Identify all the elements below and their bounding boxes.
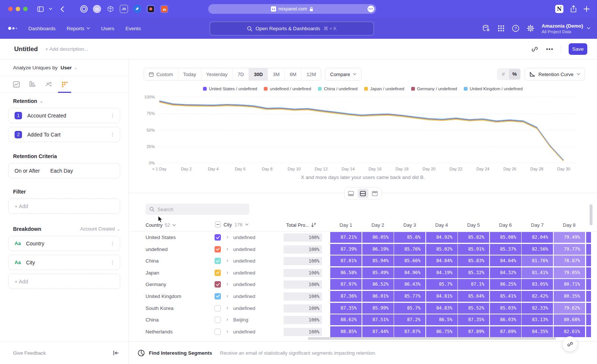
chart-only-view-button[interactable]	[346, 189, 356, 198]
collapse-sidebar-icon[interactable]	[113, 351, 119, 355]
report-title[interactable]: Untitled	[14, 46, 38, 53]
tab-flows[interactable]	[45, 81, 52, 88]
horizontal-scrollbar[interactable]	[308, 337, 556, 340]
soundcloud-extension-icon[interactable]	[160, 5, 168, 13]
legend-item[interactable]: United Kingdom / undefined	[464, 87, 523, 91]
vertical-scrollbar[interactable]	[590, 204, 593, 225]
kebab-menu-icon[interactable]: ⋮	[110, 260, 115, 265]
legend-item[interactable]: United States / undefined	[203, 87, 257, 91]
tab-insights[interactable]	[13, 81, 20, 88]
save-button[interactable]: Save	[569, 43, 587, 55]
expand-row-chevron[interactable]: ›	[226, 293, 228, 299]
global-search-button[interactable]: Open Reports & Dashboards ⌘ + K	[210, 22, 374, 35]
compare-button[interactable]: Compare	[325, 68, 362, 81]
target-extension-icon[interactable]	[80, 5, 88, 13]
share-link-fab[interactable]	[562, 336, 578, 352]
absolute-numbers-toggle[interactable]: #	[498, 69, 509, 79]
step-added-to-cart[interactable]: 2 Added To Cart ⋮	[8, 127, 120, 142]
bird-extension-icon[interactable]	[133, 5, 141, 13]
back-button[interactable]	[60, 6, 64, 12]
chevron-down-icon[interactable]	[49, 8, 52, 10]
link-icon	[567, 341, 573, 348]
table-search[interactable]	[146, 204, 249, 215]
copy-link-icon[interactable]	[531, 46, 538, 53]
data-management-icon[interactable]	[482, 25, 490, 32]
range-Yesterday[interactable]: Yesterday	[201, 68, 233, 80]
expand-row-chevron[interactable]: ›	[226, 328, 228, 334]
tab-retention[interactable]	[61, 81, 68, 88]
add-filter-button[interactable]: + Add	[8, 198, 120, 214]
more-options-button[interactable]: •••	[546, 46, 553, 53]
row-checkbox[interactable]	[215, 305, 221, 311]
expand-row-chevron[interactable]: ›	[226, 257, 228, 263]
legend-item[interactable]: Germany / undefined	[411, 87, 457, 91]
help-icon[interactable]: ?	[512, 25, 519, 32]
project-selector[interactable]: Amazonia {Demo} All Project Data	[542, 23, 590, 34]
legend-item[interactable]: Japan / undefined	[364, 87, 404, 91]
patreon-extension-icon[interactable]	[147, 5, 155, 13]
expand-row-chevron[interactable]: ›	[226, 269, 228, 275]
add-description[interactable]: + Add description...	[45, 46, 88, 52]
address-bar[interactable]: mixpanel.com •••	[208, 4, 376, 14]
apps-grid-icon[interactable]	[498, 25, 504, 32]
nav-events[interactable]: Events	[125, 26, 141, 31]
expand-row-chevron[interactable]: ›	[226, 305, 228, 311]
tab-funnels[interactable]	[29, 81, 36, 88]
row-checkbox[interactable]	[215, 234, 221, 241]
notion-icon[interactable]: N	[555, 5, 563, 13]
step-account-created[interactable]: 1 Account Created ⋮	[8, 108, 120, 123]
legend-item[interactable]: undefined / undefined	[264, 87, 311, 91]
range-12M[interactable]: 12M	[301, 68, 321, 80]
analyze-entity-selector[interactable]: User	[60, 65, 72, 70]
breakdown-city[interactable]: Aa City ⋮	[8, 255, 120, 270]
nav-reports[interactable]: Reports	[67, 26, 90, 31]
retention-section-header[interactable]: Retention⌄	[13, 98, 128, 104]
new-tab-icon[interactable]	[584, 6, 590, 12]
row-checkbox[interactable]	[215, 293, 221, 299]
expand-row-chevron[interactable]: ›	[226, 234, 228, 240]
range-7D[interactable]: 7D	[233, 68, 249, 80]
expand-row-chevron[interactable]: ›	[226, 246, 228, 252]
nav-dashboards[interactable]: Dashboards	[28, 26, 56, 31]
expand-row-chevron[interactable]: ›	[226, 316, 228, 322]
add-breakdown-button[interactable]: + Add	[8, 274, 120, 289]
row-checkbox[interactable]	[215, 329, 221, 335]
row-checkbox[interactable]	[215, 317, 221, 323]
segments-title[interactable]: Find Interesting Segments	[149, 350, 212, 356]
percentage-toggle[interactable]: %	[509, 69, 520, 79]
sidebar-toggle-icon[interactable]	[37, 6, 44, 12]
kebab-menu-icon[interactable]: ⋮	[110, 113, 115, 118]
retention-criteria-control[interactable]: On or After Each Day	[8, 163, 120, 178]
breakdown-country[interactable]: Aa Country ⋮	[8, 236, 120, 251]
maximize-window-button[interactable]	[23, 7, 28, 11]
give-feedback-link[interactable]: Give Feedback	[13, 350, 46, 356]
range-6M[interactable]: 6M	[285, 68, 301, 80]
share-icon[interactable]	[570, 5, 577, 13]
extensions-menu-button[interactable]: •••	[368, 6, 374, 12]
split-view-button[interactable]	[357, 189, 368, 198]
kebab-menu-icon[interactable]: ⋮	[110, 132, 115, 137]
close-window-button[interactable]	[8, 7, 13, 11]
range-Custom[interactable]: Custom	[144, 68, 178, 80]
row-checkbox[interactable]	[215, 281, 221, 288]
range-30D[interactable]: 30D	[249, 68, 268, 80]
kebab-menu-icon[interactable]: ⋮	[110, 241, 115, 246]
range-Today[interactable]: Today	[178, 68, 201, 80]
legend-item[interactable]: China / undefined	[318, 87, 357, 91]
chart-type-selector[interactable]: Retention Curve	[525, 68, 585, 81]
js-extension-icon[interactable]: JS	[120, 5, 128, 13]
nav-users[interactable]: Users	[101, 26, 114, 31]
cube-extension-icon[interactable]	[106, 5, 115, 13]
minimize-window-button[interactable]	[16, 7, 20, 11]
search-input[interactable]	[157, 207, 240, 212]
settings-gear-icon[interactable]	[527, 25, 534, 32]
row-checkbox[interactable]	[215, 246, 221, 252]
row-checkbox[interactable]	[215, 258, 221, 264]
expand-row-chevron[interactable]: ›	[226, 281, 228, 287]
range-3M[interactable]: 3M	[268, 68, 285, 80]
breakdown-event-selector[interactable]: Account Created⌄	[80, 226, 120, 232]
mixpanel-logo[interactable]	[8, 27, 17, 30]
row-checkbox[interactable]	[215, 270, 221, 276]
table-only-view-button[interactable]	[369, 189, 380, 198]
avatar-extension-icon[interactable]: m	[93, 5, 101, 13]
